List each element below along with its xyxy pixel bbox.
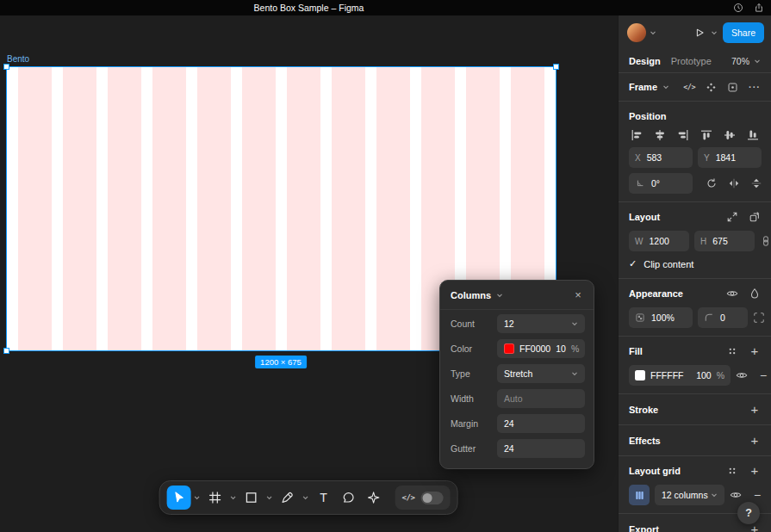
opacity-icon — [635, 312, 645, 323]
pen-tool-button[interactable] — [276, 486, 300, 510]
independent-corners-icon[interactable] — [753, 312, 765, 324]
y-value: 1841 — [716, 152, 736, 163]
gutter-field[interactable]: 24 — [497, 439, 585, 458]
width-field[interactable]: W 1200 — [629, 231, 689, 251]
panel-tabs: Design Prototype 70% — [619, 50, 771, 73]
share-button[interactable]: Share — [723, 22, 764, 43]
move-tool-dropdown[interactable] — [192, 486, 202, 510]
styles-icon[interactable] — [726, 345, 738, 357]
position-title: Position — [629, 111, 666, 121]
comment-tool-button[interactable] — [337, 486, 361, 510]
margin-row: Margin 24 — [440, 412, 594, 435]
visibility-icon[interactable] — [726, 288, 738, 300]
remove-fill-icon[interactable]: − — [758, 369, 768, 381]
visibility-icon[interactable] — [736, 369, 748, 381]
width-placeholder: Auto — [504, 393, 523, 404]
selection-handle-bottom-left[interactable] — [3, 348, 9, 354]
move-tool-button[interactable] — [167, 486, 191, 510]
margin-field[interactable]: 24 — [497, 414, 585, 433]
version-history-icon[interactable] — [733, 3, 743, 13]
y-position-field[interactable]: Y 1841 — [698, 147, 762, 168]
color-hex-value: FF0000 — [519, 343, 550, 354]
add-effect-icon[interactable]: + — [749, 435, 761, 447]
chevron-down-icon — [194, 494, 201, 501]
align-horizontal-center-icon[interactable] — [653, 128, 667, 142]
dev-mode-control[interactable]: </> — [395, 486, 451, 510]
tab-prototype[interactable]: Prototype — [671, 56, 712, 66]
align-right-icon[interactable] — [676, 128, 690, 142]
x-label: X — [635, 153, 641, 163]
chevron-down-icon — [230, 494, 237, 501]
selection-handle-top-right[interactable] — [553, 64, 559, 70]
align-left-icon[interactable] — [630, 128, 644, 142]
chevron-down-icon[interactable] — [711, 29, 718, 36]
more-options-icon[interactable]: ··· — [749, 82, 761, 92]
grid-settings-button[interactable] — [629, 485, 650, 505]
color-label: Color — [451, 343, 497, 354]
copy-code-icon[interactable]: </> — [683, 83, 695, 91]
tab-design[interactable]: Design — [629, 56, 661, 66]
rotation-field[interactable]: 0° — [629, 173, 693, 194]
opacity-field[interactable]: 100% — [629, 307, 693, 328]
clip-content-checkbox[interactable]: ✓ Clip content — [619, 253, 771, 272]
grid-color-field[interactable]: FF0000 10 % — [497, 339, 585, 358]
frame-type-dropdown[interactable]: Frame — [629, 82, 669, 92]
fill-swatch[interactable] — [635, 370, 645, 380]
grid-kind-dropdown[interactable]: Columns — [451, 290, 503, 300]
add-stroke-icon[interactable]: + — [749, 404, 761, 416]
count-value: 12 — [504, 319, 514, 329]
text-tool-button[interactable]: T — [312, 486, 336, 510]
chevron-down-icon — [571, 370, 578, 377]
count-select[interactable]: 12 — [497, 314, 585, 333]
grid-type-select[interactable]: 12 columns — [655, 485, 724, 505]
grid-column — [332, 67, 365, 350]
blend-mode-icon[interactable] — [749, 288, 761, 300]
frame-tool-button[interactable] — [203, 486, 227, 510]
rotate-90-icon[interactable] — [706, 177, 718, 189]
alignment-row — [619, 127, 771, 144]
type-row: Type Stretch — [440, 362, 594, 385]
corner-radius-field[interactable]: 0 — [698, 307, 748, 328]
resize-to-fit-icon[interactable] — [726, 211, 738, 223]
grid-width-field[interactable]: Auto — [497, 389, 585, 408]
x-position-field[interactable]: X 583 — [629, 147, 693, 168]
align-bottom-icon[interactable] — [746, 128, 760, 142]
add-grid-icon[interactable]: + — [749, 465, 761, 477]
visibility-icon[interactable] — [730, 489, 742, 501]
actions-button[interactable] — [362, 486, 386, 510]
remove-grid-icon[interactable]: − — [752, 489, 762, 501]
canvas[interactable]: Bento 1200 × 675 Columns × Count 12 — [0, 15, 618, 532]
component-icon[interactable] — [706, 82, 717, 93]
move-to-window-icon[interactable] — [754, 3, 764, 13]
toggle-knob — [422, 493, 432, 503]
styles-icon[interactable] — [726, 465, 738, 477]
orientation-icon[interactable] — [749, 211, 761, 223]
flip-horizontal-icon[interactable] — [728, 177, 740, 189]
shape-tool-dropdown[interactable] — [264, 486, 275, 510]
selection-handle-top-left[interactable] — [3, 64, 9, 70]
frame-name-label[interactable]: Bento — [7, 54, 29, 64]
shape-tool-button[interactable] — [239, 486, 264, 510]
present-icon[interactable] — [693, 27, 706, 39]
help-button[interactable]: ? — [737, 502, 760, 524]
edit-object-icon[interactable] — [727, 82, 738, 93]
dev-mode-toggle[interactable] — [420, 492, 443, 504]
frame-tool-dropdown[interactable] — [228, 486, 239, 510]
grid-column — [287, 67, 320, 350]
flip-vertical-icon[interactable] — [750, 177, 762, 189]
color-swatch[interactable] — [504, 343, 514, 354]
add-fill-icon[interactable]: + — [749, 345, 761, 357]
constrain-proportions-icon[interactable] — [760, 235, 771, 247]
width-label: Width — [451, 393, 497, 404]
align-vertical-center-icon[interactable] — [723, 128, 737, 142]
color-row: Color FF0000 10 % — [440, 337, 594, 360]
pen-tool-dropdown[interactable] — [301, 486, 311, 510]
fill-color-field[interactable]: FFFFFF 100 % — [629, 365, 731, 386]
type-select[interactable]: Stretch — [497, 364, 585, 383]
height-field[interactable]: H 675 — [694, 231, 755, 251]
zoom-menu[interactable]: 70% — [731, 56, 761, 66]
align-top-icon[interactable] — [699, 128, 713, 142]
close-icon[interactable]: × — [569, 288, 587, 301]
add-export-icon[interactable]: + — [749, 523, 761, 532]
account-menu[interactable] — [627, 23, 656, 42]
